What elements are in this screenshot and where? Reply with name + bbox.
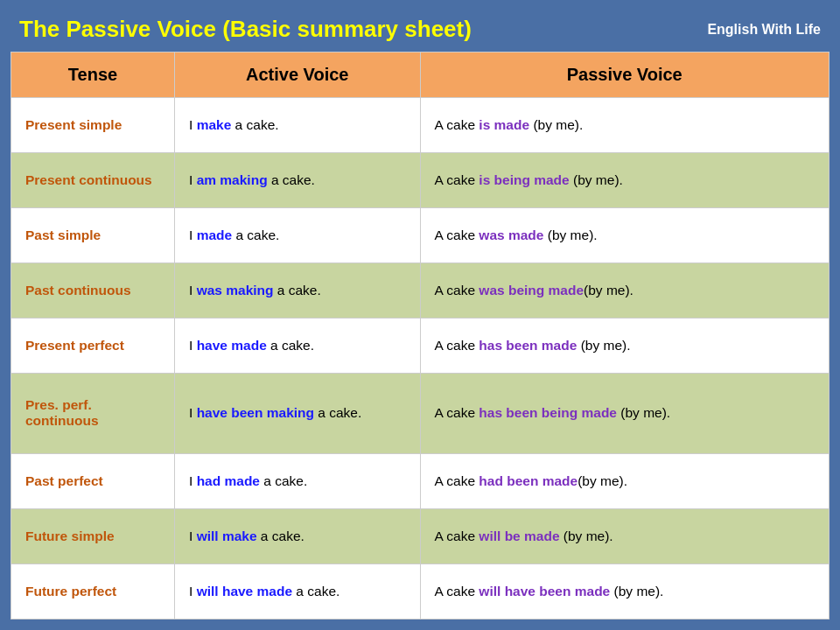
table-row: Future simpleI will make a cake.A cake w… bbox=[11, 508, 830, 564]
page-title: The Passive Voice (Basic summary sheet) bbox=[19, 16, 472, 43]
active-plain: I bbox=[189, 473, 197, 488]
active-plain: I bbox=[189, 172, 197, 187]
passive-highlight: has been being made bbox=[479, 405, 617, 420]
active-voice-cell: I was making a cake. bbox=[175, 262, 421, 318]
passive-voice-cell: A cake was made (by me). bbox=[420, 207, 830, 262]
active-voice-cell: I will make a cake. bbox=[175, 508, 421, 564]
passive-rest: (by me). bbox=[560, 528, 613, 543]
passive-rest: (by me). bbox=[577, 338, 630, 353]
passive-plain: A cake bbox=[435, 283, 480, 298]
passive-voice-cell: A cake is being made (by me). bbox=[420, 152, 830, 207]
active-highlight: made bbox=[197, 228, 233, 242]
tense-cell: Future perfect bbox=[11, 564, 175, 619]
active-rest: a cake. bbox=[231, 117, 278, 132]
active-rest: a cake. bbox=[274, 283, 321, 298]
active-highlight: will make bbox=[197, 528, 257, 543]
active-plain: I bbox=[189, 405, 197, 420]
col-header-active: Active Voice bbox=[175, 52, 421, 98]
passive-voice-cell: A cake has been being made (by me). bbox=[420, 373, 830, 453]
passive-voice-cell: A cake was being made(by me). bbox=[420, 262, 830, 318]
passive-voice-table: Tense Active Voice Passive Voice Present… bbox=[10, 52, 830, 620]
passive-rest: (by me). bbox=[610, 584, 663, 598]
active-rest: a cake. bbox=[292, 584, 340, 598]
passive-plain: A cake bbox=[435, 473, 480, 488]
passive-highlight: is made bbox=[479, 117, 529, 132]
passive-voice-cell: A cake will be made (by me). bbox=[420, 508, 830, 564]
table-row: Past simpleI made a cake.A cake was made… bbox=[11, 207, 830, 262]
tense-cell: Present simple bbox=[11, 98, 175, 153]
active-highlight: am making bbox=[197, 172, 268, 187]
table-row: Present continuousI am making a cake.A c… bbox=[11, 152, 830, 207]
page-header: The Passive Voice (Basic summary sheet) … bbox=[9, 9, 831, 50]
active-voice-cell: I make a cake. bbox=[175, 98, 421, 153]
active-highlight: was making bbox=[197, 283, 274, 298]
table-row: Pres. perf. continuousI have been making… bbox=[11, 373, 830, 453]
tense-cell: Past perfect bbox=[11, 453, 175, 508]
passive-voice-cell: A cake has been made (by me). bbox=[420, 318, 830, 373]
active-rest: a cake. bbox=[314, 405, 361, 420]
passive-plain: A cake bbox=[435, 405, 480, 420]
passive-plain: A cake bbox=[435, 584, 480, 598]
table-row: Present simpleI make a cake.A cake is ma… bbox=[11, 98, 830, 153]
active-plain: I bbox=[189, 528, 197, 543]
active-plain: I bbox=[189, 584, 197, 598]
active-rest: a cake. bbox=[267, 338, 314, 353]
active-highlight: have been making bbox=[197, 405, 314, 420]
passive-plain: A cake bbox=[435, 338, 480, 353]
passive-rest: (by me). bbox=[584, 283, 634, 298]
brand-name: English With Life bbox=[707, 22, 821, 38]
active-highlight: have made bbox=[197, 338, 267, 353]
active-rest: a cake. bbox=[257, 528, 304, 543]
passive-rest: (by me). bbox=[529, 117, 583, 132]
col-header-passive: Passive Voice bbox=[420, 52, 830, 98]
passive-highlight: is being made bbox=[479, 172, 569, 187]
passive-voice-cell: A cake will have been made (by me). bbox=[420, 564, 830, 619]
passive-rest: (by me). bbox=[617, 405, 670, 420]
active-voice-cell: I am making a cake. bbox=[175, 152, 421, 207]
active-rest: a cake. bbox=[232, 228, 279, 242]
passive-plain: A cake bbox=[435, 117, 480, 132]
active-highlight: make bbox=[197, 117, 232, 132]
table-header-row: Tense Active Voice Passive Voice bbox=[11, 52, 830, 98]
active-highlight: will have made bbox=[197, 584, 292, 598]
main-table-container: Tense Active Voice Passive Voice Present… bbox=[9, 50, 831, 621]
passive-plain: A cake bbox=[435, 172, 480, 187]
passive-rest: (by me). bbox=[543, 228, 597, 242]
passive-plain: A cake bbox=[435, 528, 480, 543]
active-voice-cell: I will have made a cake. bbox=[175, 564, 421, 619]
passive-highlight: was made bbox=[479, 228, 543, 242]
active-plain: I bbox=[189, 117, 197, 132]
passive-highlight: had been made bbox=[479, 473, 578, 488]
active-voice-cell: I had made a cake. bbox=[175, 453, 421, 508]
active-plain: I bbox=[189, 283, 197, 298]
table-row: Past continuousI was making a cake.A cak… bbox=[11, 262, 830, 318]
passive-voice-cell: A cake had been made(by me). bbox=[420, 453, 830, 508]
table-row: Past perfectI had made a cake.A cake had… bbox=[11, 453, 830, 508]
active-plain: I bbox=[189, 228, 197, 242]
tense-cell: Future simple bbox=[11, 508, 175, 564]
passive-plain: A cake bbox=[435, 228, 480, 242]
tense-cell: Past simple bbox=[11, 207, 175, 262]
passive-highlight: has been made bbox=[479, 338, 577, 353]
passive-voice-cell: A cake is made (by me). bbox=[420, 98, 830, 153]
active-voice-cell: I have been making a cake. bbox=[175, 373, 421, 453]
tense-cell: Present continuous bbox=[11, 152, 175, 207]
tense-cell: Pres. perf. continuous bbox=[11, 373, 175, 453]
active-rest: a cake. bbox=[268, 172, 315, 187]
active-rest: a cake. bbox=[260, 473, 307, 488]
col-header-tense: Tense bbox=[11, 52, 175, 98]
tense-cell: Past continuous bbox=[11, 262, 175, 318]
passive-highlight: will have been made bbox=[479, 584, 610, 598]
active-voice-cell: I made a cake. bbox=[175, 207, 421, 262]
table-row: Present perfectI have made a cake.A cake… bbox=[11, 318, 830, 373]
passive-highlight: was being made bbox=[479, 283, 584, 298]
passive-highlight: will be made bbox=[479, 528, 559, 543]
passive-rest: (by me). bbox=[578, 473, 627, 488]
passive-rest: (by me). bbox=[570, 172, 623, 187]
active-highlight: had made bbox=[197, 473, 260, 488]
active-voice-cell: I have made a cake. bbox=[175, 318, 421, 373]
active-plain: I bbox=[189, 338, 197, 353]
table-row: Future perfectI will have made a cake.A … bbox=[11, 564, 830, 619]
tense-cell: Present perfect bbox=[11, 318, 175, 373]
